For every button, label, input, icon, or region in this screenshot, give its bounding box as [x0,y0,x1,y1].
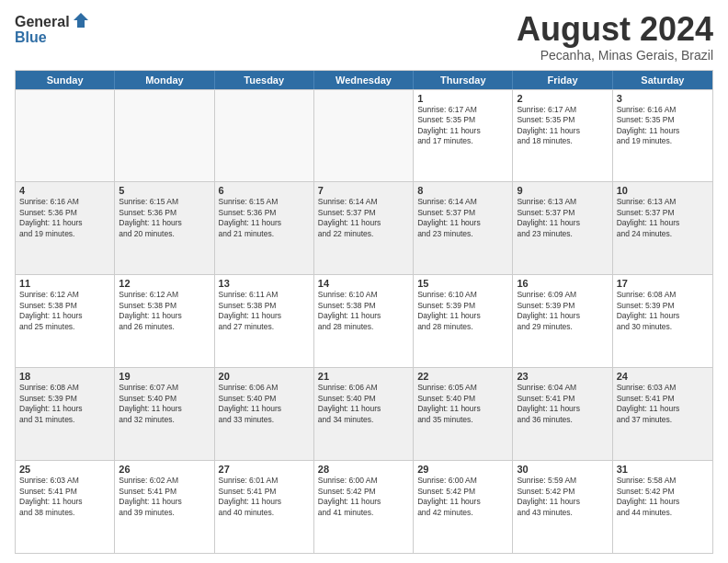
cell-info: Sunrise: 6:04 AM Sunset: 5:41 PM Dayligh… [517,383,608,425]
cell-info: Sunrise: 6:16 AM Sunset: 5:35 PM Dayligh… [617,105,709,147]
day-number: 10 [617,185,709,196]
weekday-header: Saturday [613,71,712,89]
calendar-cell [215,90,314,182]
day-number: 26 [119,464,210,475]
weekday-header: Wednesday [314,71,414,89]
calendar-header: SundayMondayTuesdayWednesdayThursdayFrid… [16,71,712,89]
day-number: 1 [417,93,508,104]
calendar-cell: 4Sunrise: 6:16 AM Sunset: 5:36 PM Daylig… [16,182,115,274]
location-subtitle: Pecanha, Minas Gerais, Brazil [517,48,713,63]
calendar-cell: 8Sunrise: 6:14 AM Sunset: 5:37 PM Daylig… [414,182,513,274]
calendar-cell: 30Sunrise: 5:59 AM Sunset: 5:42 PM Dayli… [513,461,612,553]
calendar-row: 18Sunrise: 6:08 AM Sunset: 5:39 PM Dayli… [16,367,712,460]
calendar-cell: 15Sunrise: 6:10 AM Sunset: 5:39 PM Dayli… [414,275,513,367]
day-number: 13 [219,278,310,289]
page: General Blue August 2024 Pecanha, Minas … [0,0,728,563]
cell-info: Sunrise: 6:02 AM Sunset: 5:41 PM Dayligh… [119,476,210,518]
cell-info: Sunrise: 6:10 AM Sunset: 5:38 PM Dayligh… [318,290,409,332]
cell-info: Sunrise: 6:15 AM Sunset: 5:36 PM Dayligh… [119,197,210,239]
cell-info: Sunrise: 6:06 AM Sunset: 5:40 PM Dayligh… [318,383,409,425]
day-number: 5 [119,185,210,196]
cell-info: Sunrise: 5:59 AM Sunset: 5:42 PM Dayligh… [517,476,608,518]
day-number: 31 [617,464,709,475]
day-number: 18 [19,371,110,382]
cell-info: Sunrise: 6:17 AM Sunset: 5:35 PM Dayligh… [517,105,608,147]
calendar-row: 11Sunrise: 6:12 AM Sunset: 5:38 PM Dayli… [16,274,712,367]
day-number: 4 [19,185,110,196]
logo-icon [72,11,90,29]
weekday-header: Monday [115,71,214,89]
calendar: SundayMondayTuesdayWednesdayThursdayFrid… [15,70,713,554]
logo-blue: Blue [15,29,47,46]
weekday-header: Sunday [16,71,115,89]
cell-info: Sunrise: 6:00 AM Sunset: 5:42 PM Dayligh… [318,476,409,518]
cell-info: Sunrise: 6:03 AM Sunset: 5:41 PM Dayligh… [617,383,709,425]
calendar-cell: 31Sunrise: 5:58 AM Sunset: 5:42 PM Dayli… [613,461,712,553]
cell-info: Sunrise: 6:03 AM Sunset: 5:41 PM Dayligh… [19,476,110,518]
cell-info: Sunrise: 6:08 AM Sunset: 5:39 PM Dayligh… [617,290,709,332]
calendar-cell [314,90,414,182]
title-section: August 2024 Pecanha, Minas Gerais, Brazi… [517,11,713,63]
calendar-row: 25Sunrise: 6:03 AM Sunset: 5:41 PM Dayli… [16,460,712,553]
day-number: 7 [318,185,409,196]
cell-info: Sunrise: 5:58 AM Sunset: 5:42 PM Dayligh… [617,476,709,518]
weekday-header: Friday [513,71,612,89]
calendar-cell: 12Sunrise: 6:12 AM Sunset: 5:38 PM Dayli… [115,275,214,367]
svg-marker-0 [74,13,88,28]
cell-info: Sunrise: 6:09 AM Sunset: 5:39 PM Dayligh… [517,290,608,332]
cell-info: Sunrise: 6:10 AM Sunset: 5:39 PM Dayligh… [417,290,508,332]
calendar-cell: 13Sunrise: 6:11 AM Sunset: 5:38 PM Dayli… [215,275,314,367]
calendar-cell: 29Sunrise: 6:00 AM Sunset: 5:42 PM Dayli… [414,461,513,553]
day-number: 17 [617,278,709,289]
day-number: 8 [417,185,508,196]
calendar-cell: 21Sunrise: 6:06 AM Sunset: 5:40 PM Dayli… [314,368,414,460]
calendar-row: 4Sunrise: 6:16 AM Sunset: 5:36 PM Daylig… [16,181,712,274]
cell-info: Sunrise: 6:12 AM Sunset: 5:38 PM Dayligh… [19,290,110,332]
cell-info: Sunrise: 6:15 AM Sunset: 5:36 PM Dayligh… [219,197,310,239]
calendar-cell: 28Sunrise: 6:00 AM Sunset: 5:42 PM Dayli… [314,461,414,553]
weekday-header: Tuesday [215,71,314,89]
day-number: 2 [517,93,608,104]
day-number: 9 [517,185,608,196]
calendar-cell: 9Sunrise: 6:13 AM Sunset: 5:37 PM Daylig… [513,182,612,274]
day-number: 29 [417,464,508,475]
cell-info: Sunrise: 6:00 AM Sunset: 5:42 PM Dayligh… [417,476,508,518]
logo: General Blue [15,11,90,46]
day-number: 14 [318,278,409,289]
calendar-cell: 23Sunrise: 6:04 AM Sunset: 5:41 PM Dayli… [513,368,612,460]
cell-info: Sunrise: 6:06 AM Sunset: 5:40 PM Dayligh… [219,383,310,425]
day-number: 6 [219,185,310,196]
calendar-body: 1Sunrise: 6:17 AM Sunset: 5:35 PM Daylig… [16,89,712,553]
weekday-header: Thursday [414,71,513,89]
day-number: 15 [417,278,508,289]
cell-info: Sunrise: 6:16 AM Sunset: 5:36 PM Dayligh… [19,197,110,239]
day-number: 20 [219,371,310,382]
day-number: 23 [517,371,608,382]
day-number: 19 [119,371,210,382]
calendar-cell: 16Sunrise: 6:09 AM Sunset: 5:39 PM Dayli… [513,275,612,367]
day-number: 12 [119,278,210,289]
day-number: 21 [318,371,409,382]
header: General Blue August 2024 Pecanha, Minas … [15,11,713,63]
calendar-cell: 11Sunrise: 6:12 AM Sunset: 5:38 PM Dayli… [16,275,115,367]
calendar-cell: 27Sunrise: 6:01 AM Sunset: 5:41 PM Dayli… [215,461,314,553]
calendar-cell: 14Sunrise: 6:10 AM Sunset: 5:38 PM Dayli… [314,275,414,367]
cell-info: Sunrise: 6:14 AM Sunset: 5:37 PM Dayligh… [417,197,508,239]
day-number: 3 [617,93,709,104]
calendar-cell: 18Sunrise: 6:08 AM Sunset: 5:39 PM Dayli… [16,368,115,460]
day-number: 30 [517,464,608,475]
day-number: 28 [318,464,409,475]
calendar-cell: 19Sunrise: 6:07 AM Sunset: 5:40 PM Dayli… [115,368,214,460]
cell-info: Sunrise: 6:11 AM Sunset: 5:38 PM Dayligh… [219,290,310,332]
cell-info: Sunrise: 6:13 AM Sunset: 5:37 PM Dayligh… [617,197,709,239]
day-number: 16 [517,278,608,289]
day-number: 22 [417,371,508,382]
calendar-cell: 6Sunrise: 6:15 AM Sunset: 5:36 PM Daylig… [215,182,314,274]
day-number: 25 [19,464,110,475]
cell-info: Sunrise: 6:01 AM Sunset: 5:41 PM Dayligh… [219,476,310,518]
calendar-cell: 22Sunrise: 6:05 AM Sunset: 5:40 PM Dayli… [414,368,513,460]
day-number: 11 [19,278,110,289]
calendar-cell: 3Sunrise: 6:16 AM Sunset: 5:35 PM Daylig… [613,90,712,182]
logo-general: General [15,15,70,29]
calendar-cell [115,90,214,182]
